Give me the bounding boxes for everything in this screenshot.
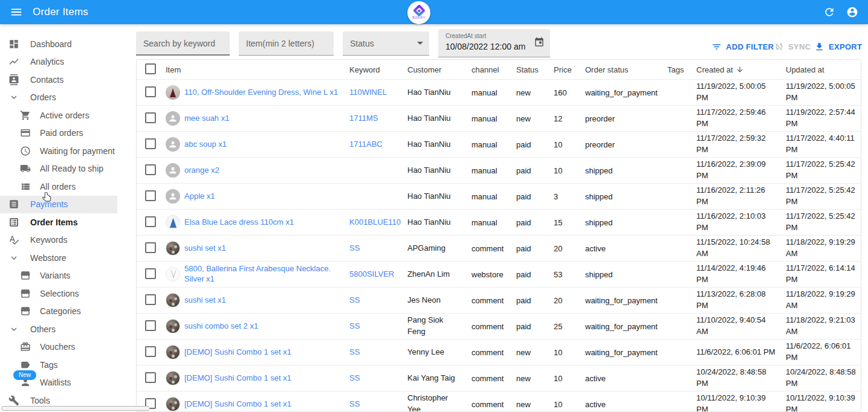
search-input[interactable]: Search by keyword xyxy=(136,31,230,56)
table-row[interactable]: 5800, Ballerina First Arabesque Necklace… xyxy=(137,261,861,287)
row-checkbox[interactable] xyxy=(145,190,156,201)
refresh-icon[interactable] xyxy=(823,6,835,18)
order-items-table: ItemKeywordCustomerchannelStatusPriceOrd… xyxy=(136,59,861,412)
sidebar-item-keywords[interactable]: Keywords xyxy=(0,231,117,249)
keyword-link[interactable]: SS xyxy=(349,373,360,382)
table-row[interactable]: sushi set x1SSAPGamingcommentpaid20activ… xyxy=(137,235,861,261)
add-filter-button[interactable]: ADD FILTER xyxy=(711,42,774,52)
sidebar-item-waiting-for-payment[interactable]: Waiting for payment xyxy=(0,142,117,160)
menu-icon[interactable] xyxy=(10,5,23,19)
item-link[interactable]: [DEMO] Sushi Combo 1 set x1 xyxy=(184,347,291,358)
row-checkbox[interactable] xyxy=(145,112,156,123)
table-row[interactable]: sushi combo set 2 x1SSPang Siok Fengcomm… xyxy=(137,313,861,339)
sidebar-item-contacts[interactable]: Contacts xyxy=(0,71,117,89)
item-link[interactable]: 110, Off-Shoulder Evening Dress, Wine L … xyxy=(184,88,338,98)
item-filter-input[interactable]: Item(min 2 letters) xyxy=(239,31,334,56)
keyword-link[interactable]: 110WINEL xyxy=(349,88,387,97)
col-header-customer[interactable]: Customer xyxy=(398,65,462,74)
sidebar-item-analytics[interactable]: Analytics xyxy=(0,53,117,71)
keyword-link[interactable]: 5800SILVER xyxy=(349,269,394,278)
item-link[interactable]: sushi combo set 2 x1 xyxy=(184,321,258,332)
brand-logo[interactable]: BOXIFY xyxy=(407,1,430,24)
horizontal-scrollbar[interactable] xyxy=(1,406,150,411)
item-link[interactable]: Apple x1 xyxy=(184,192,215,202)
row-checkbox[interactable] xyxy=(145,294,156,305)
created-at-filter[interactable]: CreatedAt start 10/08/2022 12:00 am xyxy=(438,29,550,57)
row-checkbox[interactable] xyxy=(145,242,156,253)
item-link[interactable]: [DEMO] Sushi Combo 1 set x1 xyxy=(184,399,291,410)
table-row[interactable]: orange x2Hao TianNiumanualpaid10shipped1… xyxy=(137,157,861,183)
table-row[interactable]: [DEMO] Sushi Combo 1 set x1SSChristopher… xyxy=(137,391,861,412)
table-row[interactable]: abc soup x11711ABCHao TianNiumanualpaid1… xyxy=(137,131,861,157)
keyword-link[interactable]: SS xyxy=(349,243,360,253)
col-header-item[interactable]: Item xyxy=(161,65,340,74)
calendar-icon[interactable] xyxy=(534,37,545,48)
sidebar-item-others[interactable]: Others xyxy=(0,320,117,338)
keyword-link[interactable]: SS xyxy=(349,399,360,408)
export-button[interactable]: EXPORT xyxy=(814,42,862,52)
table-row[interactable]: mee suah x11711MSHao TianNiumanualnew12p… xyxy=(137,105,861,131)
item-link[interactable]: sushi set x1 xyxy=(184,243,226,254)
row-checkbox[interactable] xyxy=(145,346,156,357)
table-row[interactable]: Elsa Blue Lace dress 110cm x1K001BLUE110… xyxy=(137,209,861,235)
item-link[interactable]: orange x2 xyxy=(184,166,219,176)
col-header-order-status[interactable]: Order status xyxy=(575,65,658,74)
created-at-label: CreatedAt start xyxy=(445,33,486,39)
sidebar-item-all-ready-to-ship[interactable]: All Ready to ship xyxy=(0,160,117,178)
keyword-link[interactable]: SS xyxy=(349,295,360,304)
item-link[interactable]: Elsa Blue Lace dress 110cm x1 xyxy=(184,217,294,228)
col-header-tags[interactable]: Tags xyxy=(658,65,687,74)
row-checkbox[interactable] xyxy=(145,86,156,97)
status-select[interactable]: Status xyxy=(343,31,429,56)
col-header-channel[interactable]: channel xyxy=(462,65,507,74)
row-checkbox[interactable] xyxy=(145,268,156,279)
item-link[interactable]: abc soup x1 xyxy=(184,140,227,150)
item-link[interactable]: sushi set x1 xyxy=(184,295,226,306)
sidebar-item-waitlists[interactable]: WaitlistsNew xyxy=(0,374,117,392)
row-checkbox[interactable] xyxy=(145,164,156,175)
sidebar-item-paid-orders[interactable]: Paid orders xyxy=(0,124,117,143)
sort-desc-icon[interactable] xyxy=(736,65,744,74)
sidebar-item-payments[interactable]: Payments xyxy=(0,196,117,214)
row-checkbox[interactable] xyxy=(145,372,156,383)
customer-cell: Kai Yang Taig xyxy=(398,373,462,384)
table-row[interactable]: [DEMO] Sushi Combo 1 set x1SSKai Yang Ta… xyxy=(137,365,861,391)
sidebar-item-dashboard[interactable]: Dashboard xyxy=(0,35,117,53)
col-header-keyword[interactable]: Keyword xyxy=(340,65,398,74)
sidebar-item-webstore[interactable]: Webstore xyxy=(0,249,117,267)
row-checkbox[interactable] xyxy=(145,138,156,149)
sidebar-item-variants[interactable]: Variants xyxy=(0,267,117,285)
sidebar-item-vouchers[interactable]: Vouchers xyxy=(0,338,117,356)
table-row[interactable]: Apple x1Hao TianNiumanualpaid3shipped11/… xyxy=(137,183,861,209)
table-row[interactable]: 110, Off-Shoulder Evening Dress, Wine L … xyxy=(137,79,861,105)
keyword-link[interactable]: K001BLUE110 xyxy=(349,217,401,227)
sushi-avatar xyxy=(166,371,180,385)
table-row[interactable]: [DEMO] Sushi Combo 1 set x1SSYenny Leeco… xyxy=(137,339,861,365)
row-checkbox[interactable] xyxy=(145,320,156,331)
item-link[interactable]: 5800, Ballerina First Arabesque Necklace… xyxy=(184,264,340,285)
sidebar-item-active-orders[interactable]: Active orders xyxy=(0,106,117,124)
keyword-link[interactable]: SS xyxy=(349,347,360,356)
row-checkbox[interactable] xyxy=(145,216,156,227)
person-avatar xyxy=(166,189,180,204)
sidebar-item-selections[interactable]: Selections xyxy=(0,285,117,303)
col-header-updated-at[interactable]: Updated at xyxy=(776,65,861,74)
order-status-cell: shipped xyxy=(575,192,658,201)
sidebar-item-categories[interactable]: Categories xyxy=(0,303,117,321)
col-header-price[interactable]: Price xyxy=(544,65,575,74)
table-row[interactable]: sushi set x1SSJes Neoncommentpaid20waiti… xyxy=(137,287,861,313)
sidebar-item-label: Active orders xyxy=(40,111,89,120)
account-icon[interactable] xyxy=(846,6,858,18)
sidebar-item-order-items[interactable]: Order Items xyxy=(0,213,117,231)
keyword-link[interactable]: 1711MS xyxy=(349,114,378,123)
sidebar-item-orders[interactable]: Orders xyxy=(0,89,117,107)
keyword-link[interactable]: SS xyxy=(349,321,360,330)
item-link[interactable]: [DEMO] Sushi Combo 1 set x1 xyxy=(184,373,291,384)
voucher-icon xyxy=(20,341,31,352)
keyword-link[interactable]: 1711ABC xyxy=(349,140,383,149)
sidebar-item-all-orders[interactable]: All orders xyxy=(0,178,117,196)
select-all-checkbox[interactable] xyxy=(145,63,156,74)
col-header-created-at[interactable]: Created at xyxy=(687,65,776,74)
item-link[interactable]: mee suah x1 xyxy=(184,114,229,124)
col-header-status[interactable]: Status xyxy=(507,65,544,74)
